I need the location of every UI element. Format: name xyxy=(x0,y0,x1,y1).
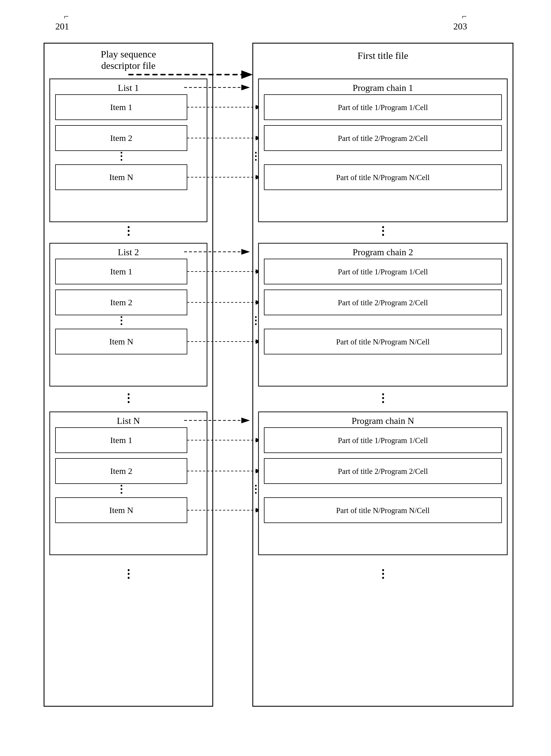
left-box-title-2: descriptor file xyxy=(101,60,155,71)
pcN-item2: Part of title 2/Program 2/Cell xyxy=(338,467,428,476)
pc2-title: Program chain 2 xyxy=(353,247,413,257)
list2-item1: Item 1 xyxy=(110,267,132,276)
pcN-item1: Part of title 1/Program 1/Cell xyxy=(338,436,428,445)
list1-item2: Item 2 xyxy=(110,133,132,143)
list1-to-pc1-arrow xyxy=(241,85,250,90)
ref-201-bracket: ⌐ xyxy=(64,11,69,21)
between-pc-dots2: ⋮ xyxy=(377,392,389,404)
listN-item1: Item 1 xyxy=(110,435,132,445)
between-lists-dots1: ⋮ xyxy=(123,224,134,237)
ref-203-label: 203 xyxy=(454,21,467,32)
pc1-item1: Part of title 1/Program 1/Cell xyxy=(338,103,428,112)
left-box-title-1: Play sequence xyxy=(101,49,156,59)
below-pcN-dots: ⋮ xyxy=(377,567,389,580)
between-pc-dots1: ⋮ xyxy=(377,224,389,237)
listN-vdots: ⋮ xyxy=(116,484,126,495)
list2-item2: Item 2 xyxy=(110,298,132,307)
list2-vdots: ⋮ xyxy=(116,315,126,326)
diagram-container: ⌐ 201 ⌐ 203 Play sequence descriptor fil… xyxy=(33,11,519,756)
main-diagram-svg: Play sequence descriptor file First titl… xyxy=(33,35,519,743)
pc2-item1: Part of title 1/Program 1/Cell xyxy=(338,268,428,276)
listN-to-pcN-arrow xyxy=(241,418,250,423)
ref-201-label: 201 xyxy=(55,21,69,32)
main-arrow-head xyxy=(241,70,253,79)
list2-title: List 2 xyxy=(118,247,139,257)
pcN-title: Program chain N xyxy=(352,416,414,426)
list1-title: List 1 xyxy=(118,83,139,93)
list1-itemN: Item N xyxy=(109,172,133,182)
list1-vdots: ⋮ xyxy=(116,151,126,162)
listN-title: List N xyxy=(117,416,140,426)
pc2-item2: Part of title 2/Program 2/Cell xyxy=(338,298,428,307)
list1-item1: Item 1 xyxy=(110,102,132,112)
ref-203-bracket: ⌐ xyxy=(462,11,467,21)
list2-to-pc2-arrow xyxy=(241,249,250,255)
list2-itemN: Item N xyxy=(109,337,133,346)
listN-itemN: Item N xyxy=(109,505,133,515)
between-lists-dots2: ⋮ xyxy=(123,392,134,404)
pc1-itemN: Part of title N/Program N/Cell xyxy=(336,173,430,182)
pc1-title: Program chain 1 xyxy=(353,83,413,93)
below-listN-dots: ⋮ xyxy=(123,567,134,580)
right-box-title: First title file xyxy=(358,50,408,61)
listN-item2: Item 2 xyxy=(110,466,132,476)
pc2-itemN: Part of title N/Program N/Cell xyxy=(336,338,430,346)
pcN-itemN: Part of title N/Program N/Cell xyxy=(336,506,430,515)
pc1-item2: Part of title 2/Program 2/Cell xyxy=(338,134,428,143)
